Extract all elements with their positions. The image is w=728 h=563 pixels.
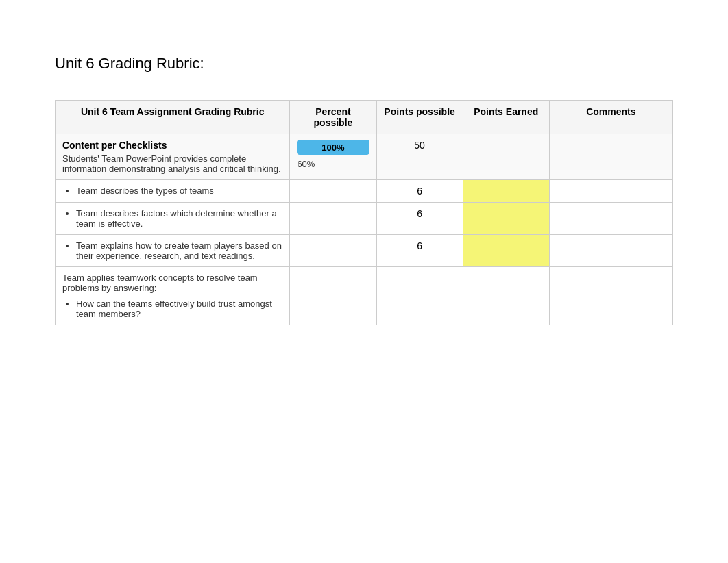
- percent-cell-3: [290, 235, 376, 267]
- applies-points-earned-input[interactable]: [470, 273, 542, 284]
- points-earned-cell-1[interactable]: [463, 180, 549, 203]
- points-earned-input-1[interactable]: [470, 186, 542, 197]
- points-possible-cell-2: 6: [376, 203, 463, 235]
- applies-comments-cell: [549, 267, 672, 325]
- header-points-earned: Points Earned: [463, 101, 549, 134]
- points-earned-header-cell[interactable]: [463, 134, 549, 180]
- points-earned-input-2[interactable]: [470, 208, 542, 219]
- percent-cell: 100% 60%: [290, 134, 376, 180]
- points-possible-cell-1: 6: [376, 180, 463, 203]
- content-header-cell: Content per Checklists Students' Team Po…: [56, 134, 290, 180]
- content-header-label: Content per Checklists: [62, 140, 282, 151]
- applies-percent-cell: [290, 267, 376, 325]
- bullet-text-2: Team describes factors which determine w…: [76, 208, 282, 229]
- applies-points-earned-cell[interactable]: [463, 267, 549, 325]
- applies-bullet: How can the teams effectively build trus…: [76, 299, 282, 319]
- percent-subtext: 60%: [297, 159, 369, 169]
- comments-cell-3: [549, 235, 672, 267]
- comments-cell-1: [549, 180, 672, 203]
- page-title: Unit 6 Grading Rubric:: [55, 55, 673, 73]
- header-rubric: Unit 6 Team Assignment Grading Rubric: [56, 101, 290, 134]
- rubric-table: Unit 6 Team Assignment Grading Rubric Pe…: [55, 100, 673, 325]
- points-earned-input-3[interactable]: [470, 240, 542, 251]
- comments-header-cell: [549, 134, 672, 180]
- applies-row: Team applies teamwork concepts to resolv…: [56, 267, 673, 325]
- bullet-cell-3: Team explains how to create team players…: [56, 235, 290, 267]
- points-earned-cell-2[interactable]: [463, 203, 549, 235]
- points-total-cell: 50: [376, 134, 463, 180]
- comments-cell-2: [549, 203, 672, 235]
- percent-cell-2: [290, 203, 376, 235]
- table-row: Team explains how to create team players…: [56, 235, 673, 267]
- bullet-text-3: Team explains how to create team players…: [76, 240, 282, 261]
- table-row: Team describes factors which determine w…: [56, 203, 673, 235]
- applies-points-cell: [376, 267, 463, 325]
- points-possible-cell-3: 6: [376, 235, 463, 267]
- applies-text: Team applies teamwork concepts to resolv…: [62, 273, 282, 293]
- percent-bar: 100%: [297, 140, 369, 155]
- bullet-cell-2: Team describes factors which determine w…: [56, 203, 290, 235]
- bullet-text-1: Team describes the types of teams: [76, 186, 282, 196]
- percent-value: 100%: [297, 142, 369, 153]
- header-percent: Percent possible: [290, 101, 376, 134]
- points-earned-cell-3[interactable]: [463, 235, 549, 267]
- points-earned-input[interactable]: [470, 140, 542, 151]
- bullet-cell-1: Team describes the types of teams: [56, 180, 290, 203]
- table-row: Team describes the types of teams 6: [56, 180, 673, 203]
- applies-cell: Team applies teamwork concepts to resolv…: [56, 267, 290, 325]
- content-subtext: Students' Team PowerPoint provides compl…: [62, 153, 282, 174]
- percent-cell-1: [290, 180, 376, 203]
- header-points-possible: Points possible: [376, 101, 463, 134]
- header-comments: Comments: [549, 101, 672, 134]
- content-header-row: Content per Checklists Students' Team Po…: [56, 134, 673, 180]
